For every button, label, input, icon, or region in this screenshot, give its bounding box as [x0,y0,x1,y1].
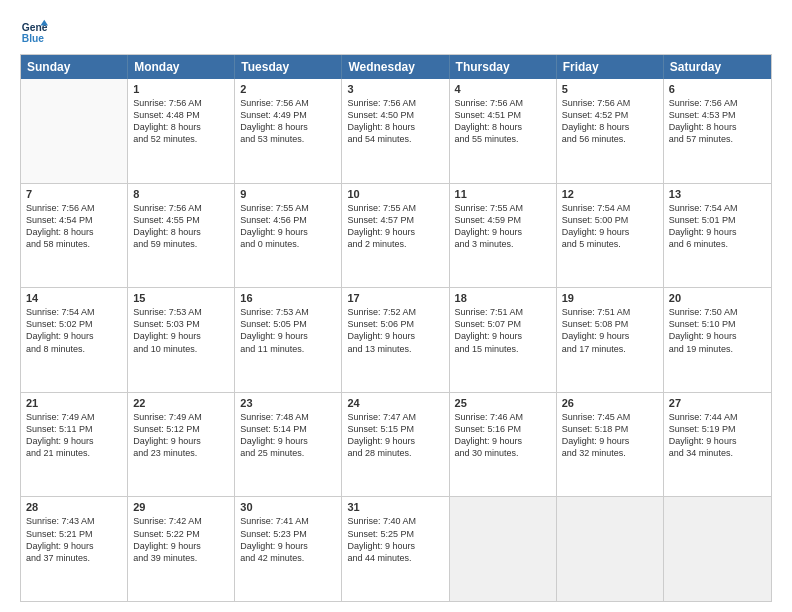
day-number: 18 [455,292,551,304]
day-info: Sunrise: 7:40 AMSunset: 5:25 PMDaylight:… [347,515,443,564]
day-number: 4 [455,83,551,95]
calendar-header: SundayMondayTuesdayWednesdayThursdayFrid… [21,55,771,79]
day-info: Sunrise: 7:41 AMSunset: 5:23 PMDaylight:… [240,515,336,564]
cal-cell: 2Sunrise: 7:56 AMSunset: 4:49 PMDaylight… [235,79,342,183]
week-row-3: 14Sunrise: 7:54 AMSunset: 5:02 PMDayligh… [21,287,771,392]
day-info: Sunrise: 7:53 AMSunset: 5:03 PMDaylight:… [133,306,229,355]
day-info: Sunrise: 7:56 AMSunset: 4:52 PMDaylight:… [562,97,658,146]
cal-cell: 30Sunrise: 7:41 AMSunset: 5:23 PMDayligh… [235,497,342,601]
day-number: 2 [240,83,336,95]
cal-cell: 8Sunrise: 7:56 AMSunset: 4:55 PMDaylight… [128,184,235,288]
cal-cell [557,497,664,601]
day-number: 15 [133,292,229,304]
day-number: 6 [669,83,766,95]
header-day-friday: Friday [557,55,664,79]
cal-cell: 6Sunrise: 7:56 AMSunset: 4:53 PMDaylight… [664,79,771,183]
day-number: 22 [133,397,229,409]
page: General Blue SundayMondayTuesdayWednesda… [0,0,792,612]
calendar-body: 1Sunrise: 7:56 AMSunset: 4:48 PMDaylight… [21,79,771,601]
day-number: 31 [347,501,443,513]
day-number: 17 [347,292,443,304]
day-number: 16 [240,292,336,304]
day-number: 9 [240,188,336,200]
header-day-saturday: Saturday [664,55,771,79]
header-day-tuesday: Tuesday [235,55,342,79]
day-info: Sunrise: 7:43 AMSunset: 5:21 PMDaylight:… [26,515,122,564]
header-day-sunday: Sunday [21,55,128,79]
cal-cell: 29Sunrise: 7:42 AMSunset: 5:22 PMDayligh… [128,497,235,601]
day-number: 21 [26,397,122,409]
day-info: Sunrise: 7:44 AMSunset: 5:19 PMDaylight:… [669,411,766,460]
calendar: SundayMondayTuesdayWednesdayThursdayFrid… [20,54,772,602]
cal-cell: 16Sunrise: 7:53 AMSunset: 5:05 PMDayligh… [235,288,342,392]
cal-cell: 25Sunrise: 7:46 AMSunset: 5:16 PMDayligh… [450,393,557,497]
header-day-wednesday: Wednesday [342,55,449,79]
cal-cell: 13Sunrise: 7:54 AMSunset: 5:01 PMDayligh… [664,184,771,288]
header-day-monday: Monday [128,55,235,79]
cal-cell: 28Sunrise: 7:43 AMSunset: 5:21 PMDayligh… [21,497,128,601]
day-number: 30 [240,501,336,513]
header: General Blue [20,18,772,46]
day-info: Sunrise: 7:53 AMSunset: 5:05 PMDaylight:… [240,306,336,355]
cal-cell: 9Sunrise: 7:55 AMSunset: 4:56 PMDaylight… [235,184,342,288]
day-info: Sunrise: 7:49 AMSunset: 5:11 PMDaylight:… [26,411,122,460]
day-info: Sunrise: 7:56 AMSunset: 4:55 PMDaylight:… [133,202,229,251]
day-info: Sunrise: 7:55 AMSunset: 4:59 PMDaylight:… [455,202,551,251]
week-row-5: 28Sunrise: 7:43 AMSunset: 5:21 PMDayligh… [21,496,771,601]
day-number: 7 [26,188,122,200]
day-number: 23 [240,397,336,409]
day-info: Sunrise: 7:56 AMSunset: 4:48 PMDaylight:… [133,97,229,146]
day-info: Sunrise: 7:47 AMSunset: 5:15 PMDaylight:… [347,411,443,460]
day-number: 24 [347,397,443,409]
day-number: 1 [133,83,229,95]
day-number: 29 [133,501,229,513]
cal-cell: 22Sunrise: 7:49 AMSunset: 5:12 PMDayligh… [128,393,235,497]
cal-cell: 20Sunrise: 7:50 AMSunset: 5:10 PMDayligh… [664,288,771,392]
day-info: Sunrise: 7:56 AMSunset: 4:51 PMDaylight:… [455,97,551,146]
cal-cell: 1Sunrise: 7:56 AMSunset: 4:48 PMDaylight… [128,79,235,183]
cal-cell: 26Sunrise: 7:45 AMSunset: 5:18 PMDayligh… [557,393,664,497]
cal-cell: 7Sunrise: 7:56 AMSunset: 4:54 PMDaylight… [21,184,128,288]
day-number: 28 [26,501,122,513]
day-info: Sunrise: 7:56 AMSunset: 4:53 PMDaylight:… [669,97,766,146]
day-info: Sunrise: 7:49 AMSunset: 5:12 PMDaylight:… [133,411,229,460]
day-number: 13 [669,188,766,200]
day-info: Sunrise: 7:52 AMSunset: 5:06 PMDaylight:… [347,306,443,355]
day-info: Sunrise: 7:55 AMSunset: 4:57 PMDaylight:… [347,202,443,251]
week-row-2: 7Sunrise: 7:56 AMSunset: 4:54 PMDaylight… [21,183,771,288]
day-info: Sunrise: 7:46 AMSunset: 5:16 PMDaylight:… [455,411,551,460]
cal-cell [450,497,557,601]
cal-cell: 12Sunrise: 7:54 AMSunset: 5:00 PMDayligh… [557,184,664,288]
day-info: Sunrise: 7:55 AMSunset: 4:56 PMDaylight:… [240,202,336,251]
day-info: Sunrise: 7:48 AMSunset: 5:14 PMDaylight:… [240,411,336,460]
day-info: Sunrise: 7:56 AMSunset: 4:49 PMDaylight:… [240,97,336,146]
header-day-thursday: Thursday [450,55,557,79]
day-number: 19 [562,292,658,304]
day-number: 26 [562,397,658,409]
day-number: 8 [133,188,229,200]
day-number: 11 [455,188,551,200]
day-number: 3 [347,83,443,95]
cal-cell: 3Sunrise: 7:56 AMSunset: 4:50 PMDaylight… [342,79,449,183]
week-row-4: 21Sunrise: 7:49 AMSunset: 5:11 PMDayligh… [21,392,771,497]
day-info: Sunrise: 7:56 AMSunset: 4:54 PMDaylight:… [26,202,122,251]
day-number: 5 [562,83,658,95]
cal-cell: 15Sunrise: 7:53 AMSunset: 5:03 PMDayligh… [128,288,235,392]
cal-cell: 4Sunrise: 7:56 AMSunset: 4:51 PMDaylight… [450,79,557,183]
cal-cell [664,497,771,601]
cal-cell: 10Sunrise: 7:55 AMSunset: 4:57 PMDayligh… [342,184,449,288]
day-number: 14 [26,292,122,304]
day-info: Sunrise: 7:54 AMSunset: 5:01 PMDaylight:… [669,202,766,251]
cal-cell: 23Sunrise: 7:48 AMSunset: 5:14 PMDayligh… [235,393,342,497]
day-info: Sunrise: 7:56 AMSunset: 4:50 PMDaylight:… [347,97,443,146]
day-number: 20 [669,292,766,304]
day-number: 25 [455,397,551,409]
cal-cell [21,79,128,183]
cal-cell: 14Sunrise: 7:54 AMSunset: 5:02 PMDayligh… [21,288,128,392]
week-row-1: 1Sunrise: 7:56 AMSunset: 4:48 PMDaylight… [21,79,771,183]
cal-cell: 24Sunrise: 7:47 AMSunset: 5:15 PMDayligh… [342,393,449,497]
cal-cell: 19Sunrise: 7:51 AMSunset: 5:08 PMDayligh… [557,288,664,392]
day-info: Sunrise: 7:45 AMSunset: 5:18 PMDaylight:… [562,411,658,460]
day-number: 27 [669,397,766,409]
day-info: Sunrise: 7:51 AMSunset: 5:07 PMDaylight:… [455,306,551,355]
